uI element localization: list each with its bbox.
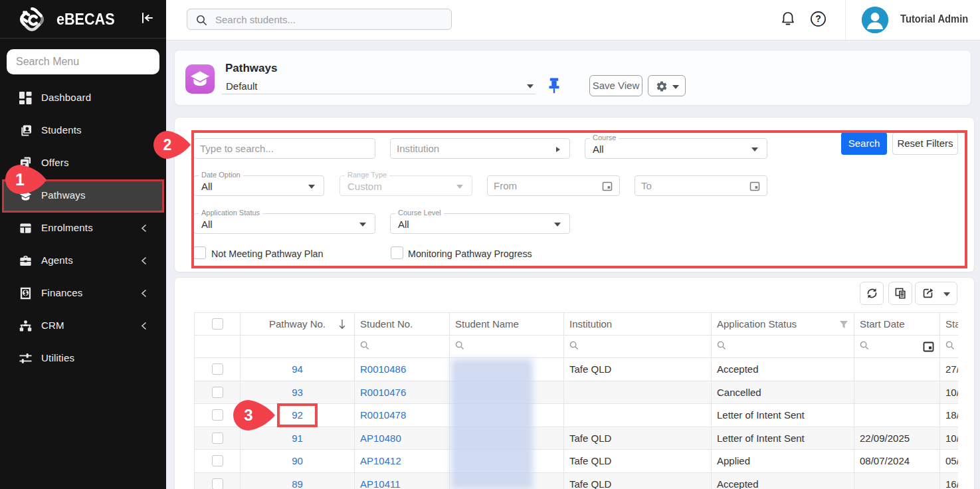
svg-text:1: 1 bbox=[15, 170, 25, 189]
svg-text:2: 2 bbox=[163, 136, 172, 153]
svg-text:3: 3 bbox=[244, 406, 252, 424]
svg-text:?: ? bbox=[815, 13, 821, 24]
